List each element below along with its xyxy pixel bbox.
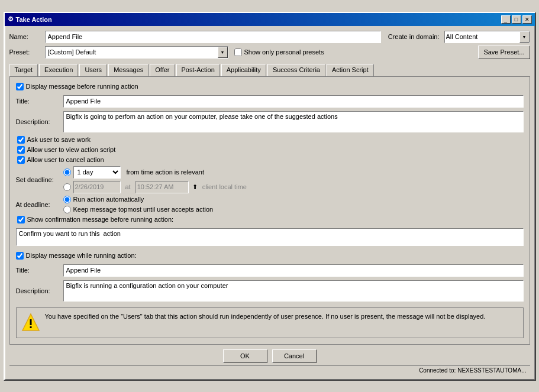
cancel-button[interactable]: Cancel xyxy=(272,349,317,363)
deadline-time-input[interactable] xyxy=(135,181,189,193)
ask-save-checkbox[interactable] xyxy=(17,136,25,144)
show-confirm-checkbox[interactable] xyxy=(17,216,25,223)
deadline-option2-row: at ⬆ client local time xyxy=(63,181,247,193)
ask-save-label: Ask user to save work xyxy=(27,136,91,143)
title-row: Title: xyxy=(16,95,524,108)
deadline-option2-radio[interactable] xyxy=(63,183,71,191)
tab-post-action[interactable]: Post-Action xyxy=(176,64,220,76)
at-deadline-radio-group: Run action automatically Keep message to… xyxy=(63,196,214,213)
deadline-option1-suffix: from time action is relevant xyxy=(127,169,204,176)
window-title: ⚙ Take Action xyxy=(8,15,52,23)
window-body: Name: Create in domain: ▼ Preset: ▼ Show… xyxy=(5,26,535,380)
while-title-input[interactable] xyxy=(63,264,524,277)
title-bar: ⚙ Take Action _ □ ✕ xyxy=(5,13,535,26)
status-bar: Connected to: NEXESSTESTAUTOMA... xyxy=(9,365,530,375)
show-personal-presets-checkbox-label[interactable]: Show only personal presets xyxy=(234,48,324,56)
keep-topmost-radio[interactable] xyxy=(63,206,71,213)
deadline-client-label: client local time xyxy=(202,183,247,190)
display-while-checkbox-label[interactable]: Display message while running action: xyxy=(16,252,524,260)
allow-cancel-checkbox[interactable] xyxy=(17,156,25,164)
ok-button[interactable]: OK xyxy=(223,349,267,363)
minimize-button[interactable]: _ xyxy=(501,15,511,24)
bottom-buttons: OK Cancel xyxy=(9,345,530,365)
allow-cancel-row: Allow user to cancel action xyxy=(17,156,524,164)
deadline-at-label: at xyxy=(125,183,131,190)
run-auto-radio[interactable] xyxy=(63,196,71,203)
tab-execution[interactable]: Execution xyxy=(39,64,78,76)
tab-content-messages: Display message before running action Ti… xyxy=(9,76,530,345)
svg-rect-1 xyxy=(30,319,31,325)
warning-text: You have specified on the "Users" tab th… xyxy=(45,313,486,320)
title-field-label: Title: xyxy=(16,98,63,105)
deadline-day-wrapper: 1 day xyxy=(73,166,121,179)
display-before-checkbox-label[interactable]: Display message before running action xyxy=(16,83,524,90)
save-preset-button[interactable]: Save Preset... xyxy=(478,46,530,59)
deadline-option1-radio[interactable] xyxy=(63,169,71,176)
name-label: Name: xyxy=(9,33,45,40)
name-input[interactable] xyxy=(45,31,381,43)
tab-success-criteria[interactable]: Success Criteria xyxy=(267,64,325,76)
name-row: Name: Create in domain: ▼ xyxy=(9,31,530,43)
warning-bar: You have specified on the "Users" tab th… xyxy=(16,307,524,338)
tab-users[interactable]: Users xyxy=(79,64,107,76)
allow-view-checkbox[interactable] xyxy=(17,146,25,154)
show-personal-presets-label: Show only personal presets xyxy=(244,48,324,56)
take-action-window: ⚙ Take Action _ □ ✕ Name: Create in doma… xyxy=(4,12,536,381)
display-while-checkbox[interactable] xyxy=(16,252,24,260)
description-field-label: Description: xyxy=(16,118,63,125)
deadline-time-spin[interactable]: ⬆ xyxy=(192,183,198,191)
keep-topmost-row: Keep message topmost until user accepts … xyxy=(63,206,214,213)
allow-view-label: Allow user to view action script xyxy=(27,146,116,153)
allow-cancel-label: Allow user to cancel action xyxy=(27,156,104,163)
warning-icon xyxy=(21,313,40,333)
deadline-date-wrapper xyxy=(73,181,121,193)
run-auto-label: Run action automatically xyxy=(73,196,144,203)
status-text: Connected to: NEXESSTESTAUTOMA... xyxy=(419,367,526,374)
deadline-radio-group: 1 day from time action is relevant at ⬆ xyxy=(63,166,247,193)
while-desc-label: Description: xyxy=(16,287,63,294)
deadline-day-select[interactable]: 1 day xyxy=(73,166,121,179)
window-title-icon: ⚙ xyxy=(8,15,14,23)
tab-offer[interactable]: Offer xyxy=(150,64,175,76)
while-desc-textarea[interactable]: Bigfix is running a configuration action… xyxy=(63,280,524,302)
preset-row: Preset: ▼ Show only personal presets Sav… xyxy=(9,46,530,59)
create-in-domain-label: Create in domain: xyxy=(388,33,440,40)
tab-messages[interactable]: Messages xyxy=(108,64,149,76)
tab-target[interactable]: Target xyxy=(9,64,38,76)
maximize-button[interactable]: □ xyxy=(512,15,521,24)
deadline-date-input[interactable] xyxy=(73,181,121,193)
display-before-label: Display message before running action xyxy=(26,83,138,90)
set-deadline-label: Set deadline: xyxy=(16,176,63,183)
title-input[interactable] xyxy=(63,95,524,108)
description-textarea[interactable]: Bigfix is going to perfom an action on y… xyxy=(63,111,524,132)
tab-applicability[interactable]: Applicability xyxy=(221,64,266,76)
at-deadline-row: At deadline: Run action automatically Ke… xyxy=(16,196,524,213)
while-title-row: Title: xyxy=(16,264,524,277)
tabs-bar: Target Execution Users Messages Offer Po… xyxy=(9,64,530,76)
show-confirm-label: Show confirmation message before running… xyxy=(27,216,174,223)
domain-dropdown-wrapper: ▼ xyxy=(444,31,530,43)
svg-rect-2 xyxy=(30,326,31,328)
tab-action-script[interactable]: Action Script xyxy=(327,64,374,76)
preset-input[interactable] xyxy=(45,46,228,59)
set-deadline-row: Set deadline: 1 day from time action is … xyxy=(16,166,524,193)
description-row: Description: Bigfix is going to perfom a… xyxy=(16,111,524,132)
allow-view-row: Allow user to view action script xyxy=(17,146,524,154)
show-personal-presets-checkbox[interactable] xyxy=(234,48,242,56)
display-before-checkbox[interactable] xyxy=(16,83,24,90)
preset-label: Preset: xyxy=(9,48,45,56)
close-button[interactable]: ✕ xyxy=(522,15,532,24)
confirm-textarea[interactable]: Confirm you want to run this action xyxy=(16,228,524,246)
show-confirm-row: Show confirmation message before running… xyxy=(17,216,524,223)
domain-section: Create in domain: ▼ xyxy=(388,31,530,43)
while-desc-row: Description: Bigfix is running a configu… xyxy=(16,280,524,302)
ask-save-row: Ask user to save work xyxy=(17,136,524,144)
preset-dropdown-wrapper: ▼ xyxy=(45,46,228,59)
run-auto-row: Run action automatically xyxy=(63,196,214,203)
domain-input[interactable] xyxy=(444,31,530,43)
while-title-label: Title: xyxy=(16,267,63,274)
deadline-option1-row: 1 day from time action is relevant xyxy=(63,166,247,179)
keep-topmost-label: Keep message topmost until user accepts … xyxy=(73,206,214,213)
display-while-label: Display message while running action: xyxy=(26,252,137,259)
at-deadline-label: At deadline: xyxy=(16,201,63,208)
